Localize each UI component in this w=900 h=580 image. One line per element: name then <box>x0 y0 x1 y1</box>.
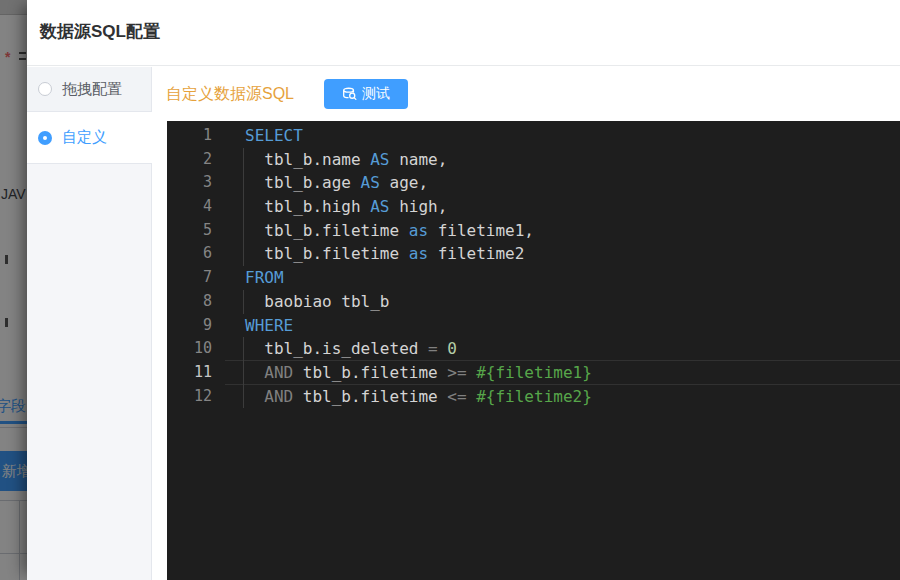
line-number: 1 <box>167 124 212 148</box>
line-number: 4 <box>167 195 212 219</box>
dialog-title: 数据源SQL配置 <box>40 20 160 43</box>
code-line: 4 tbl_b.high AS high, <box>167 195 900 219</box>
code-text: tbl_b.high AS high, <box>245 195 447 219</box>
test-button-label: 测试 <box>362 85 390 103</box>
code-text: tbl_b.name AS name, <box>245 148 447 172</box>
indent-guide <box>243 195 244 219</box>
line-number: 6 <box>167 242 212 266</box>
code-line: 2 tbl_b.name AS name, <box>167 148 900 172</box>
indent-guide <box>243 290 244 314</box>
code-text: baobiao tbl_b <box>245 290 390 314</box>
indent-guide <box>243 219 244 243</box>
dim-overlay <box>0 0 27 580</box>
code-text: SELECT <box>245 124 303 148</box>
code-line: 11 AND tbl_b.filetime >= #{filetime1} <box>167 361 900 385</box>
code-line: 12 AND tbl_b.filetime <= #{filetime2} <box>167 385 900 409</box>
code-text: tbl_b.age AS age, <box>245 171 428 195</box>
code-text: AND tbl_b.filetime >= #{filetime1} <box>245 361 592 385</box>
code-text: tbl_b.filetime as filetime2 <box>245 242 524 266</box>
screen: * JAV 字段 新增 数据源SQL配置 拖拽配置 自定义 <box>0 0 900 580</box>
indent-guide <box>243 148 244 172</box>
code-line: 5 tbl_b.filetime as filetime1, <box>167 219 900 243</box>
code-text: FROM <box>245 266 284 290</box>
code-line: 8 baobiao tbl_b <box>167 290 900 314</box>
line-number: 12 <box>167 385 212 409</box>
sidebar-item-label: 拖拽配置 <box>62 80 122 99</box>
line-number: 8 <box>167 290 212 314</box>
sidebar-item-label: 自定义 <box>62 128 107 147</box>
code-line: 6 tbl_b.filetime as filetime2 <box>167 242 900 266</box>
sql-editor[interactable]: 1SELECT2 tbl_b.name AS name,3 tbl_b.age … <box>167 121 900 580</box>
code-lines: 1SELECT2 tbl_b.name AS name,3 tbl_b.age … <box>167 124 900 408</box>
indent-guide <box>243 171 244 195</box>
background-page: * JAV 字段 新增 <box>0 0 27 580</box>
code-line: 9WHERE <box>167 314 900 338</box>
sidebar-item-drag-config[interactable]: 拖拽配置 <box>27 67 152 112</box>
code-text: WHERE <box>245 314 293 338</box>
code-line: 1SELECT <box>167 124 900 148</box>
code-text: tbl_b.is_deleted = 0 <box>245 337 457 361</box>
sql-config-dialog: 数据源SQL配置 拖拽配置 自定义 自定义数据源SQL 测试 <box>27 0 900 580</box>
line-number: 11 <box>167 361 212 385</box>
line-number: 9 <box>167 314 212 338</box>
line-number: 3 <box>167 171 212 195</box>
custom-sql-label: 自定义数据源SQL <box>166 84 294 105</box>
sidebar-filler <box>27 163 152 580</box>
radio-selected-icon <box>38 131 52 145</box>
code-text: tbl_b.filetime as filetime1, <box>245 219 534 243</box>
line-number: 5 <box>167 219 212 243</box>
indent-guide <box>243 361 244 385</box>
code-text: AND tbl_b.filetime <= #{filetime2} <box>245 385 592 409</box>
radio-unselected-icon <box>38 82 52 96</box>
indent-guide <box>243 242 244 266</box>
code-line: 3 tbl_b.age AS age, <box>167 171 900 195</box>
test-button[interactable]: 测试 <box>324 79 408 109</box>
code-line: 10 tbl_b.is_deleted = 0 <box>167 337 900 361</box>
sidebar-item-custom[interactable]: 自定义 <box>27 112 152 163</box>
indent-guide <box>243 385 244 409</box>
code-line: 7FROM <box>167 266 900 290</box>
config-mode-sidebar: 拖拽配置 自定义 <box>27 67 152 580</box>
indent-guide <box>243 337 244 361</box>
line-number: 7 <box>167 266 212 290</box>
line-number: 2 <box>167 148 212 172</box>
line-number: 10 <box>167 337 212 361</box>
dialog-header: 数据源SQL配置 <box>27 0 900 66</box>
database-search-icon <box>342 87 357 102</box>
